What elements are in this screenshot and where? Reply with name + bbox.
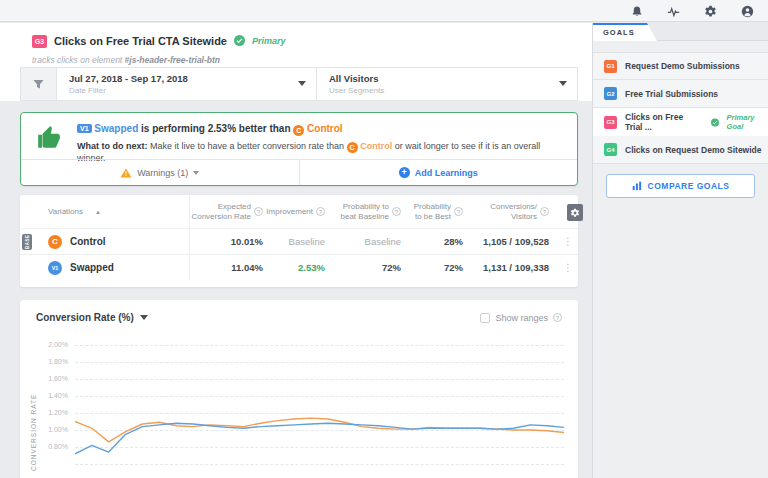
sidebar-tab-row: GOALS xyxy=(593,23,768,41)
baseline-tag: BASE xyxy=(22,234,32,250)
control-name: Control xyxy=(360,141,392,151)
y-axis-tick-label: 1.00% xyxy=(20,426,68,433)
user-segments-value: All Visitors xyxy=(329,73,567,84)
goal-list: G1 Request Demo Submissions G2 Free Tria… xyxy=(593,52,768,164)
main-content: G3 Clicks on Free Trial CTA Sitewide Pri… xyxy=(0,23,592,478)
chart-metric-dropdown[interactable]: Conversion Rate (%) xyxy=(36,312,148,323)
series-line-control xyxy=(75,418,564,442)
sidebar-item-goal-4[interactable]: G4 Clicks on Request Demo Sitewide xyxy=(593,136,768,164)
warnings-label: Warnings (1) xyxy=(137,168,188,178)
column-header-variations[interactable]: Variations ▲ xyxy=(20,195,190,228)
help-icon[interactable]: ? xyxy=(392,207,401,216)
variation-name: Control xyxy=(70,236,106,247)
column-header-improvement: Improvement ? xyxy=(272,195,334,228)
date-filter-value: Jul 27, 2018 - Sep 17, 2018 xyxy=(69,73,306,84)
probability-beat-baseline-value: 72% xyxy=(334,255,410,280)
help-icon[interactable]: ? xyxy=(540,207,549,216)
chevron-down-icon xyxy=(140,315,148,320)
sidebar-item-goal-1[interactable]: G1 Request Demo Submissions xyxy=(593,52,768,80)
help-icon[interactable]: ? xyxy=(553,313,562,322)
goal-label: Clicks on Free Trial ... xyxy=(625,112,703,132)
experiment-header: G3 Clicks on Free Trial CTA Sitewide Pri… xyxy=(0,23,592,101)
banner-headline: V1 Swapped is performing 2.53% better th… xyxy=(77,123,557,136)
filter-funnel-button[interactable] xyxy=(21,68,57,100)
goal-selector: #js-header-free-trial-btn xyxy=(125,55,220,65)
sort-ascending-icon: ▲ xyxy=(95,209,101,215)
bell-icon[interactable] xyxy=(631,5,643,18)
kebab-menu-icon[interactable]: ⋮ xyxy=(563,263,573,273)
activity-icon[interactable] xyxy=(667,6,680,18)
control-badge: C xyxy=(48,235,62,249)
series-line-swapped xyxy=(75,423,564,454)
conversion-rate-plot: 2.00%1.80%1.60%1.40%1.20%1.00%0.80% CONV… xyxy=(20,327,578,478)
page-title: Clicks on Free Trial CTA Sitewide xyxy=(54,35,227,47)
winner-banner: V1 Swapped is performing 2.53% better th… xyxy=(20,112,578,186)
goals-tab-label: GOALS xyxy=(603,28,635,37)
user-segments-label: User Segments xyxy=(329,86,567,95)
y-axis-tick-label: 1.60% xyxy=(20,375,68,382)
kebab-menu-icon[interactable]: ⋮ xyxy=(563,237,573,247)
chart-card: Conversion Rate (%) Show ranges ? 2.00%1… xyxy=(20,300,578,478)
goal-label: Clicks on Request Demo Sitewide xyxy=(625,145,762,155)
gear-icon xyxy=(570,208,580,218)
thumbs-up-icon xyxy=(21,113,77,163)
goal-badge: G3 xyxy=(32,35,47,48)
probability-to-be-best-value: 28% xyxy=(410,229,472,254)
header-label: Expected Conversion Rate xyxy=(190,202,251,222)
goal-description: tracks clicks on element #js-header-free… xyxy=(0,50,592,65)
goals-sidebar: GOALS G1 Request Demo Submissions G2 Fre… xyxy=(592,23,768,478)
headline-text: is performing 2.53% better than xyxy=(141,123,290,134)
filter-bar: Jul 27, 2018 - Sep 17, 2018 Date Filter … xyxy=(20,67,578,101)
compare-goals-button[interactable]: COMPARE GOALS xyxy=(606,174,755,198)
y-axis-tick-label: 0.80% xyxy=(20,443,68,450)
chevron-down-icon xyxy=(298,81,306,86)
user-segments-dropdown[interactable]: All Visitors User Segments xyxy=(317,68,577,100)
add-learnings-label: Add Learnings xyxy=(415,168,478,178)
tab-goals[interactable]: GOALS xyxy=(593,23,657,41)
user-icon[interactable] xyxy=(741,5,754,18)
primary-check-icon xyxy=(711,118,719,127)
sidebar-item-goal-3-active[interactable]: G3 Clicks on Free Trial ... Primary Goal xyxy=(592,108,768,136)
control-name: Control xyxy=(307,123,343,134)
chevron-down-icon xyxy=(559,81,567,86)
plus-icon: + xyxy=(399,167,410,178)
column-header-probability-to-be-best: Probability to be Best ? xyxy=(410,195,472,228)
table-row-swapped: V1 Swapped 11.04% 2.53% 72% 72% 1,131 / … xyxy=(20,254,578,280)
topbar xyxy=(0,0,768,22)
probability-beat-baseline-value: Baseline xyxy=(334,229,410,254)
warning-icon xyxy=(120,168,132,178)
goal-badge: G1 xyxy=(604,60,617,73)
goal-label: Free Trial Submissions xyxy=(625,89,718,99)
funnel-icon xyxy=(32,78,45,91)
show-ranges-label: Show ranges xyxy=(495,313,548,323)
table-settings-button[interactable] xyxy=(567,204,583,221)
help-icon[interactable]: ? xyxy=(454,207,463,216)
column-header-conversions-visitors: Conversions/ Visitors ? xyxy=(472,195,558,228)
expected-conversion-rate-value: 10.01% xyxy=(190,229,272,254)
help-icon[interactable]: ? xyxy=(316,207,325,216)
sidebar-item-goal-2[interactable]: G2 Free Trial Submissions xyxy=(593,80,768,108)
control-badge: C xyxy=(347,142,358,153)
show-ranges-checkbox[interactable] xyxy=(480,313,490,323)
probability-to-be-best-value: 72% xyxy=(410,255,472,280)
y-axis-tick-label: 2.00% xyxy=(20,341,68,348)
control-badge: C xyxy=(293,125,304,136)
add-learnings-button[interactable]: + Add Learnings xyxy=(300,160,578,185)
goal-badge: G4 xyxy=(604,143,617,156)
warnings-toggle[interactable]: Warnings (1) xyxy=(21,160,300,185)
date-filter-dropdown[interactable]: Jul 27, 2018 - Sep 17, 2018 Date Filter xyxy=(57,68,317,100)
bar-chart-icon xyxy=(632,181,642,191)
conversions-visitors-value: 1,131 / 109,338 xyxy=(472,255,558,280)
goal-badge: G3 xyxy=(604,116,617,129)
gear-icon[interactable] xyxy=(704,5,717,18)
help-icon[interactable]: ? xyxy=(254,207,263,216)
compare-goals-label: COMPARE GOALS xyxy=(648,181,730,191)
improvement-value: Baseline xyxy=(272,229,334,254)
goal-badge: G2 xyxy=(604,87,617,100)
primary-check-icon xyxy=(234,32,245,50)
expected-conversion-rate-value: 11.04% xyxy=(190,255,272,280)
chevron-down-icon xyxy=(193,171,199,175)
variation-badge: V1 xyxy=(48,261,62,275)
chart-title: Conversion Rate (%) xyxy=(36,312,134,323)
column-header-probability-beat-baseline: Probability to beat Baseline ? xyxy=(334,195,410,228)
